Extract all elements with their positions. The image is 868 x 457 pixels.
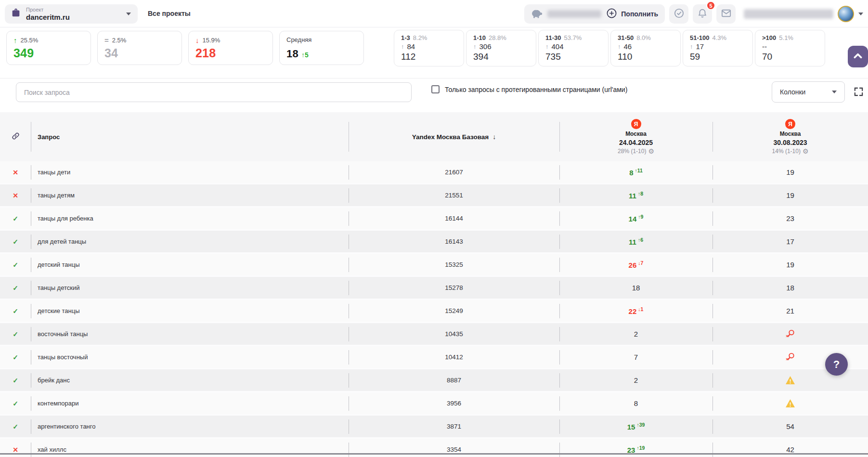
summary-card-value: 34	[104, 46, 175, 60]
position-value: 11↑6	[629, 237, 643, 246]
table-row: ✓аргентинского танго387115↑3954	[0, 416, 868, 439]
distribution-total: 110	[618, 52, 674, 62]
status-included-icon[interactable]: ✓	[13, 423, 18, 431]
bell-icon	[697, 8, 708, 20]
summary-card-percent: 2.5%	[112, 37, 127, 44]
summary-card: ↑25.5%349	[6, 31, 91, 65]
fullscreen-icon	[853, 86, 864, 99]
all-projects-link[interactable]: Все проекты	[148, 10, 191, 17]
columns-dropdown[interactable]: Колонки	[772, 81, 845, 103]
query-cell: хай хиллс	[38, 446, 66, 453]
volume-cell: 10412	[445, 353, 463, 361]
distribution-percent: 53.7%	[564, 34, 582, 41]
search-input[interactable]	[16, 82, 412, 102]
mail-button[interactable]	[716, 4, 736, 24]
column-header-query: Запрос	[38, 133, 60, 141]
account-chevron-down-icon[interactable]	[858, 13, 863, 15]
volume-cell: 21551	[445, 192, 463, 199]
notification-badge: 5	[706, 1, 715, 10]
query-cell: детский танцы	[38, 261, 80, 268]
fullscreen-button[interactable]	[852, 86, 865, 99]
check-circle-icon	[674, 8, 685, 20]
warning-icon[interactable]	[785, 376, 795, 385]
volume-cell: 15325	[445, 261, 463, 268]
status-excluded-icon[interactable]: ✕	[13, 192, 18, 199]
yandex-icon: Я	[631, 119, 641, 129]
previous-position-value: 19	[786, 191, 794, 199]
topup-button[interactable]: Пополнить	[606, 8, 658, 20]
distribution-range: 1-3	[401, 34, 410, 41]
column-header-previous-date[interactable]: Я Москва 30.08.2023 14% (1-10)⚙	[713, 112, 868, 161]
tagged-pages-filter[interactable]: Только запросы с протегированными страни…	[431, 85, 627, 93]
plus-circle-icon	[606, 8, 617, 20]
status-excluded-icon[interactable]: ✕	[13, 169, 18, 176]
position-value: 14↑9	[629, 214, 644, 223]
volume-cell: 8887	[447, 377, 461, 384]
previous-position-value: 18	[786, 284, 794, 292]
column-header-base-frequency[interactable]: Yandex Москва Базовая ↓	[349, 112, 559, 161]
volume-cell: 3354	[447, 446, 461, 453]
project-label: Проект	[26, 7, 121, 13]
checkbox-tagged-only[interactable]	[431, 85, 440, 93]
not-found-in-search-icon[interactable]: ×	[785, 352, 795, 362]
status-included-icon[interactable]: ✓	[13, 284, 18, 292]
query-cell: танцы детский	[38, 284, 80, 291]
status-excluded-icon[interactable]: ✕	[13, 446, 18, 454]
status-included-icon[interactable]: ✓	[13, 353, 18, 361]
distribution-change: 84	[407, 42, 415, 51]
status-included-icon[interactable]: ✓	[13, 215, 18, 222]
settings-gear-icon[interactable]: ⚙	[648, 148, 654, 155]
arrow-up-icon: ↑	[618, 43, 621, 50]
status-included-icon[interactable]: ✓	[13, 261, 18, 269]
project-selector[interactable]: Проект danceritm.ru	[5, 4, 138, 24]
status-included-icon[interactable]: ✓	[13, 238, 18, 246]
position-value: 8	[634, 399, 638, 407]
table-header: Запрос Yandex Москва Базовая ↓ Я Москва …	[0, 112, 868, 161]
distribution-total: 735	[545, 52, 601, 62]
sort-descending-icon: ↓	[492, 133, 496, 141]
tasks-button[interactable]	[669, 4, 688, 24]
previous-position-value: 21	[786, 307, 794, 315]
query-cell: танцы детям	[38, 192, 75, 199]
arrow-up-icon: ↑	[690, 43, 693, 50]
distribution-card: 11-3053.7%↑404735	[538, 30, 609, 66]
column-header-current-date[interactable]: Я Москва 24.04.2025 28% (1-10)⚙	[559, 112, 713, 161]
scroll-top-button[interactable]	[848, 46, 868, 67]
notifications-button[interactable]: 5	[693, 4, 712, 24]
summary-card: Средняя18↑5	[279, 31, 364, 65]
previous-position-value: 19	[786, 168, 794, 176]
distribution-total: 59	[690, 52, 746, 62]
status-included-icon[interactable]: ✓	[13, 377, 18, 384]
svg-text:×: ×	[786, 356, 789, 362]
arrow-up-icon: ↑	[401, 43, 404, 50]
query-cell: танцы восточный	[38, 353, 88, 361]
distribution-range: 51-100	[690, 34, 709, 41]
distribution-percent: 28.8%	[489, 34, 506, 41]
link-icon[interactable]	[11, 131, 20, 143]
query-cell: контемпорари	[38, 400, 78, 407]
username-blurred	[744, 9, 833, 19]
warning-icon[interactable]	[785, 399, 795, 408]
distribution-total: 112	[401, 52, 457, 62]
help-button[interactable]: ?	[825, 353, 848, 376]
distribution-no-change: --	[762, 42, 767, 51]
distribution-change: 306	[479, 42, 492, 51]
summary-card-value: 18↑5	[286, 48, 357, 60]
avatar[interactable]	[838, 6, 854, 22]
table-row: ✓для детей танцы1614311↑617	[0, 231, 868, 254]
distribution-change: 404	[552, 42, 564, 51]
status-included-icon[interactable]: ✓	[13, 330, 18, 338]
arrow-up-icon: ↑	[473, 43, 477, 50]
settings-gear-icon[interactable]: ⚙	[803, 148, 809, 155]
previous-position-value: 54	[786, 422, 794, 431]
not-found-in-search-icon[interactable]: ×	[785, 329, 795, 339]
previous-position-value: 42	[786, 445, 794, 454]
volume-cell: 16143	[445, 238, 463, 245]
status-included-icon[interactable]: ✓	[13, 400, 18, 407]
trend-flat-icon: =	[104, 36, 109, 44]
status-included-icon[interactable]: ✓	[13, 307, 18, 315]
summary-card-value: 218	[195, 46, 266, 60]
briefcase-icon	[11, 8, 21, 20]
table-row: ✓брейк данс88872	[0, 369, 868, 392]
volume-cell: 15249	[445, 307, 463, 314]
